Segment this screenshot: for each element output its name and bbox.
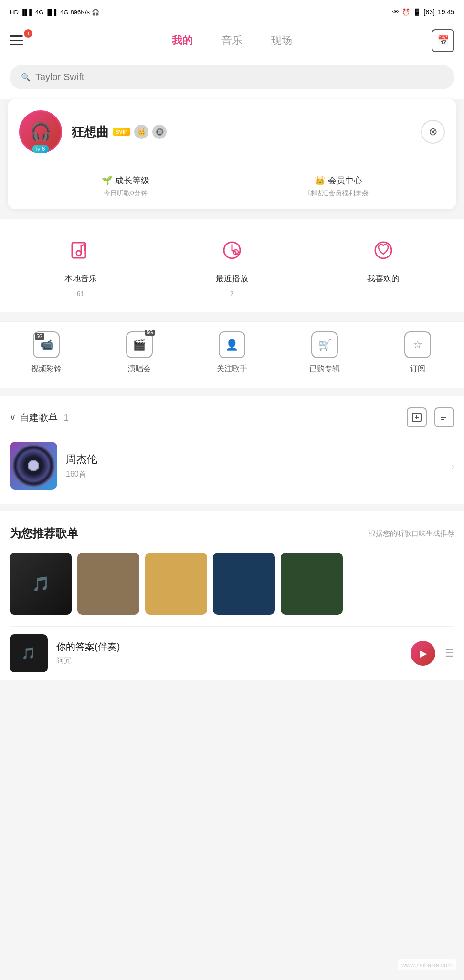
profile-action-button[interactable]: ⊗ — [421, 120, 445, 144]
thumb-2[interactable] — [77, 553, 139, 615]
tab-live[interactable]: 现场 — [271, 33, 292, 48]
sec-purchased[interactable]: 🛒 已购专辑 — [306, 331, 344, 374]
search-icon: 🔍 — [21, 73, 31, 82]
quick-item-favorites[interactable]: 我喜欢的 — [359, 233, 407, 298]
sec-subscribe[interactable]: ☆ 订阅 — [399, 331, 437, 374]
sec-video-ringtone[interactable]: 5G 📹 视频彩铃 — [27, 331, 65, 374]
follow-artist-icon: 👤 — [219, 331, 245, 358]
song-thumb-icon: 🎵 — [21, 647, 36, 660]
favorites-icon — [366, 233, 401, 267]
concert-label: 演唱会 — [128, 364, 151, 374]
silver-medal-icon: 🔘 — [152, 125, 167, 139]
playlist-header: ∨ 自建歌单 1 — [10, 407, 454, 427]
profile-stats: 🌱 成长等级 今日听歌0分钟 👑 会员中心 咪咕汇会员福利来袭 — [19, 165, 445, 198]
profile-header: 🎧 lv 6 狂想曲 SVIP 👑 🔘 ⊗ — [19, 110, 445, 153]
tab-mine[interactable]: 我的 — [172, 33, 193, 48]
playlist-item[interactable]: 周杰伦 160首 › — [10, 437, 454, 499]
playlist-name: 周杰伦 — [66, 452, 443, 467]
purchased-label: 已购专辑 — [309, 364, 340, 374]
profile-card: 🎧 lv 6 狂想曲 SVIP 👑 🔘 ⊗ 🌱 成长等级 今日听歌0分钟 👑 — [8, 99, 456, 209]
menu-button[interactable]: 1 — [10, 29, 32, 52]
tab-music[interactable]: 音乐 — [221, 33, 243, 48]
time: 19:45 — [438, 8, 454, 16]
playlist-songs: 160首 — [66, 469, 443, 479]
menu-line-1 — [10, 35, 23, 37]
video-ringtone-icon: 5G 📹 — [33, 331, 60, 358]
recent-play-count: 2 — [230, 290, 234, 298]
menu-badge: 1 — [24, 29, 32, 38]
recent-play-icon — [215, 233, 249, 267]
nav-tabs: 我的 音乐 现场 — [32, 33, 432, 48]
playlist-title-group[interactable]: ∨ 自建歌单 1 — [10, 411, 407, 424]
sec-follow-artist[interactable]: 👤 关注歌手 — [213, 331, 251, 374]
playlist-count: 1 — [63, 412, 69, 423]
signal-icons: ▐▌▌ 4G ▐▌▌ 4G — [21, 9, 69, 16]
subscribe-label: 订阅 — [410, 364, 425, 374]
menu-line-3 — [10, 44, 23, 45]
search-input[interactable] — [35, 72, 443, 83]
subscribe-icon: ☆ — [404, 331, 431, 358]
search-bar[interactable]: 🔍 — [10, 65, 454, 89]
stat-member[interactable]: 👑 会员中心 咪咕汇会员福利来袭 — [232, 175, 445, 198]
local-music-icon — [63, 233, 98, 267]
song-artist: 阿冗 — [56, 656, 402, 666]
crown-icon: 👑 — [315, 175, 325, 186]
watermark: www.zaibaike.com — [398, 959, 456, 970]
add-playlist-button[interactable] — [407, 407, 427, 427]
profile-name: 狂想曲 SVIP 👑 🔘 — [72, 124, 411, 140]
play-button[interactable]: ▶ — [411, 641, 435, 666]
sec-concert[interactable]: 5G 🎬 演唱会 — [120, 331, 158, 374]
vinyl-center — [28, 460, 39, 471]
stat-growth[interactable]: 🌱 成长等级 今日听歌0分钟 — [19, 175, 232, 198]
quick-item-recent[interactable]: 最近播放 2 — [208, 233, 256, 298]
video-ringtone-label: 视频彩铃 — [31, 364, 62, 374]
local-music-count: 61 — [77, 290, 84, 298]
local-music-label: 本地音乐 — [64, 273, 97, 284]
recommend-sub: 根据您的听歌口味生成推荐 — [369, 529, 454, 538]
5g-label-2: 5G — [145, 330, 154, 336]
thumb-5[interactable] — [281, 553, 343, 615]
thumb-3[interactable] — [145, 553, 207, 615]
svip-badge: SVIP — [113, 128, 130, 136]
avatar-wrapper: 🎧 lv 6 — [19, 110, 62, 153]
divider-2 — [0, 504, 464, 511]
secondary-grid: 5G 📹 视频彩铃 5G 🎬 演唱会 👤 关注歌手 🛒 已购专辑 ☆ 订阅 — [0, 331, 464, 374]
medal-icon: 👑 — [134, 125, 148, 139]
song-thumbnail: 🎵 — [10, 634, 48, 672]
search-container: 🔍 — [0, 57, 464, 99]
quick-item-local-music[interactable]: 本地音乐 61 — [57, 233, 105, 298]
playlist-thumbnail — [10, 442, 57, 490]
speed-text: 896K/s 🎧 — [71, 9, 99, 16]
profile-info: 狂想曲 SVIP 👑 🔘 — [72, 124, 411, 140]
phone-icon: 📱 — [413, 8, 421, 16]
headphone-icon: 🎧 — [30, 122, 52, 142]
status-right: 👁 ⏰ 📱 [83] 19:45 — [392, 8, 454, 16]
growth-icon: 🌱 — [102, 175, 112, 186]
recommend-section: 为您推荐歌单 根据您的听歌口味生成推荐 🎵 🎵 你的答案(伴奏) 阿冗 ▶ ☰ — [0, 511, 464, 680]
thumb-4[interactable] — [213, 553, 275, 615]
calendar-button[interactable]: 📅 — [432, 29, 454, 52]
song-info: 你的答案(伴奏) 阿冗 — [56, 640, 402, 666]
song-name: 你的答案(伴奏) — [56, 640, 402, 653]
recommend-thumbnails: 🎵 — [10, 553, 454, 615]
battery: [83] — [424, 8, 435, 16]
hd-icon: HD — [10, 9, 19, 16]
divider-1 — [0, 388, 464, 396]
quick-grid: 本地音乐 61 最近播放 2 — [5, 233, 459, 298]
top-nav: 1 我的 音乐 现场 📅 — [0, 24, 464, 57]
status-left: HD ▐▌▌ 4G ▐▌▌ 4G HD 4G 4G 896K/s 896K/s … — [10, 9, 99, 16]
member-sub: 咪咕汇会员福利来袭 — [232, 189, 445, 198]
vinyl-disc — [12, 444, 55, 487]
chevron-right-icon: › — [451, 460, 454, 471]
purchased-icon: 🛒 — [311, 331, 338, 358]
recommend-header: 为您推荐歌单 根据您的听歌口味生成推荐 — [10, 526, 454, 541]
menu-line-2 — [10, 40, 23, 41]
chevron-down-icon: ∨ — [10, 412, 16, 423]
more-options-button[interactable]: ☰ — [445, 647, 454, 660]
favorites-label: 我喜欢的 — [367, 273, 400, 284]
status-bar: HD ▐▌▌ 4G ▐▌▌ 4G HD 4G 4G 896K/s 896K/s … — [0, 0, 464, 24]
thumb-1[interactable]: 🎵 — [10, 553, 72, 615]
sort-playlist-button[interactable] — [434, 407, 454, 427]
concert-icon: 5G 🎬 — [126, 331, 153, 358]
secondary-actions: 5G 📹 视频彩铃 5G 🎬 演唱会 👤 关注歌手 🛒 已购专辑 ☆ 订阅 — [0, 321, 464, 388]
